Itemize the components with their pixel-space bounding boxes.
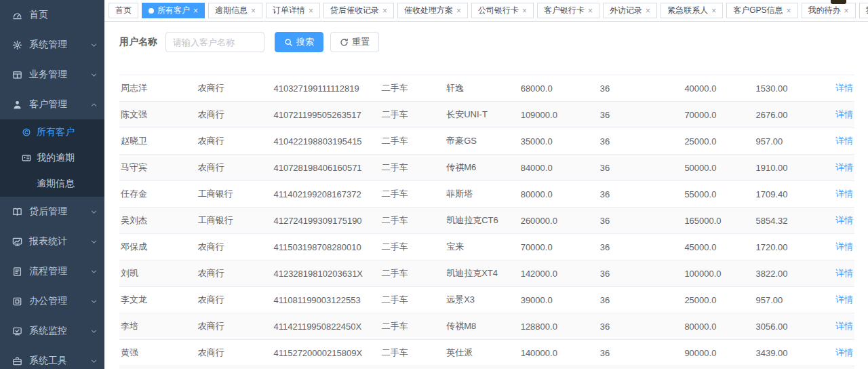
cell-monthly-payment: 1530.00: [755, 75, 833, 102]
sidebar-item[interactable]: 办公管理: [0, 286, 104, 316]
sidebar-item[interactable]: 贷后管理: [0, 197, 104, 227]
cell-loan-amount: 45000.0: [683, 234, 754, 260]
column-header: [519, 61, 599, 75]
tab[interactable]: 紧急联系人 ×: [660, 3, 723, 18]
close-icon[interactable]: ×: [711, 7, 716, 15]
sidebar-item-label: 报表统计: [29, 235, 67, 248]
close-icon[interactable]: ×: [844, 7, 849, 15]
cell-loan-amount: 90000.0: [683, 340, 754, 366]
clipboard-icon: [12, 266, 22, 277]
content-panel: 用户名称 搜索 重置: [104, 22, 868, 369]
cell-name: 邓保成: [119, 234, 197, 260]
close-icon[interactable]: ×: [522, 7, 527, 15]
sidebar-item[interactable]: 客户管理: [0, 90, 104, 119]
tab[interactable]: 客户银行卡 ×: [537, 3, 599, 18]
tab[interactable]: 逾期信息 ×: [208, 3, 262, 18]
table-row: 马守宾 农商行 410728198406160571 二手车 传祺M6 8400…: [119, 155, 854, 181]
reset-button[interactable]: 重置: [330, 32, 379, 52]
sidebar-item[interactable]: 业务管理: [0, 60, 104, 90]
cell-term: 36: [599, 181, 684, 208]
tab[interactable]: 首页: [108, 3, 138, 18]
detail-link[interactable]: 详情: [835, 347, 853, 357]
cell-monthly-payment: 1910.00: [755, 366, 833, 369]
detail-link[interactable]: 详情: [835, 162, 853, 172]
cell-monthly-payment: 1709.40: [755, 181, 833, 208]
cell-vehicle-type: 二手车: [380, 181, 445, 208]
cell-funder: 农商行: [197, 75, 273, 102]
sidebar-item[interactable]: 系统工具: [0, 346, 104, 369]
detail-link[interactable]: 详情: [835, 268, 853, 278]
sidebar-item[interactable]: 系统监控: [0, 316, 104, 346]
tab[interactable]: 外访记录 ×: [603, 3, 657, 18]
tab[interactable]: 催收处理方案 ×: [397, 3, 468, 18]
cell-model: 凯迪拉克CT6: [445, 208, 519, 234]
tab[interactable]: 我的待办 ×: [802, 3, 856, 18]
detail-link[interactable]: 详情: [835, 215, 853, 225]
chevron-up-icon: [90, 101, 98, 109]
office-icon: [12, 296, 22, 307]
column-header: [445, 61, 519, 75]
tab[interactable]: 客户GPS信息 ×: [726, 3, 797, 18]
tab[interactable]: 我的流程 ×: [859, 3, 868, 18]
gear-icon: [12, 39, 22, 50]
id-card-icon: [22, 153, 31, 163]
cell-price: 260000.0: [519, 208, 599, 234]
detail-link[interactable]: 详情: [835, 136, 853, 146]
cell-id-number: 410327199111112819: [272, 75, 380, 102]
detail-link[interactable]: 详情: [835, 321, 853, 331]
table-row: 李文龙 农商行 411081199003122553 二手车 远景X3 3900…: [119, 287, 854, 313]
tab-label: 公司银行卡: [478, 5, 519, 16]
close-icon[interactable]: ×: [646, 7, 650, 15]
column-header: [272, 61, 380, 75]
tab[interactable]: 贷后催收记录 ×: [323, 3, 394, 18]
sidebar-subitem[interactable]: 逾期信息: [0, 171, 104, 197]
cell-id-number: 410325199709223094: [272, 366, 380, 369]
avatar[interactable]: [831, 0, 846, 4]
sidebar-item[interactable]: 系统管理: [0, 30, 104, 60]
cell-funder: 农商行: [197, 287, 273, 313]
cell-name: 赵晓卫: [119, 128, 197, 155]
column-header: [119, 61, 197, 75]
sidebar-item-label: 流程管理: [29, 265, 67, 277]
monitor-icon: [12, 326, 22, 336]
tab[interactable]: 订单详情 ×: [266, 3, 320, 18]
dashboard-icon: [12, 9, 22, 20]
cell-term: 36: [599, 313, 684, 340]
close-icon[interactable]: ×: [193, 7, 198, 15]
sidebar-subitem-label: 逾期信息: [37, 178, 75, 190]
column-header: [380, 61, 445, 75]
tab[interactable]: 公司银行卡 ×: [471, 3, 534, 18]
tab[interactable]: 所有客户 ×: [142, 3, 205, 18]
cell-id-number: 41152720000215809X: [272, 340, 380, 366]
close-icon[interactable]: ×: [456, 7, 461, 15]
search-button[interactable]: 搜索: [275, 32, 323, 52]
detail-link[interactable]: 详情: [835, 189, 853, 199]
sidebar-item[interactable]: 报表统计: [0, 227, 104, 256]
detail-link[interactable]: 详情: [835, 294, 853, 305]
cell-model: 传祺M6: [445, 155, 519, 181]
close-icon[interactable]: ×: [309, 7, 313, 15]
close-icon[interactable]: ×: [382, 7, 387, 15]
column-header: [683, 61, 754, 75]
tab-label: 紧急联系人: [667, 5, 708, 16]
cell-monthly-payment: 1910.00: [755, 155, 833, 181]
detail-link[interactable]: 详情: [835, 109, 853, 119]
search-input[interactable]: [165, 32, 264, 52]
cell-term: 36: [599, 340, 684, 366]
detail-link[interactable]: 详情: [835, 83, 853, 93]
sidebar-subitem[interactable]: 我的逾期: [0, 145, 104, 171]
cell-price: 128800.0: [519, 313, 599, 340]
close-icon[interactable]: ×: [786, 7, 791, 15]
sidebar-subitem[interactable]: 所有客户: [0, 119, 104, 145]
cell-name: 刘凯: [119, 260, 197, 287]
cell-id-number: 410422198803195415: [272, 128, 380, 155]
sidebar-item[interactable]: 首页: [0, 0, 104, 30]
cell-name: 吴刘杰: [119, 208, 197, 234]
close-icon[interactable]: ×: [588, 7, 593, 15]
sidebar-item[interactable]: 流程管理: [0, 256, 104, 286]
cell-model: 远景X3: [445, 287, 519, 313]
sidebar-item-label: 系统工具: [29, 355, 67, 367]
cell-price: 77000.0: [519, 366, 599, 369]
detail-link[interactable]: 详情: [835, 241, 853, 252]
close-icon[interactable]: ×: [251, 7, 256, 15]
